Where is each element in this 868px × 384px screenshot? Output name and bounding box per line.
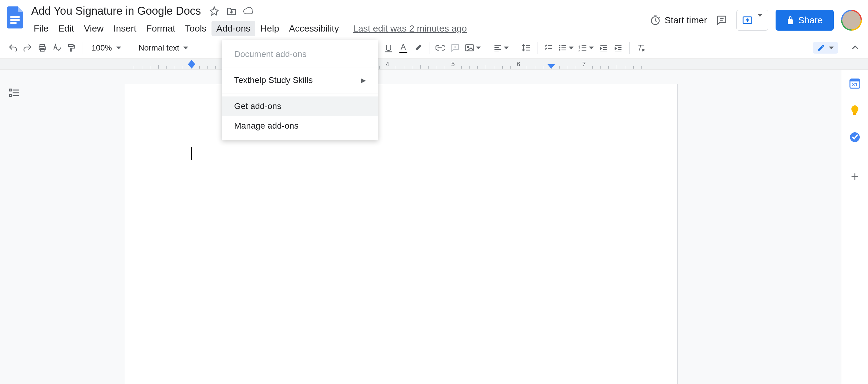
addons-dropdown: Document add-ons Texthelp Study Skills ▶… [222,40,378,140]
svg-rect-21 [582,48,586,48]
toolbar-separator [83,42,83,54]
menubar: FileEditViewInsertFormatToolsAdd-onsHelp… [29,21,467,36]
spellcheck-button[interactable] [50,40,64,55]
ruler-number: 5 [451,61,455,68]
last-edit-link[interactable]: Last edit was 2 minutes ago [353,21,467,36]
toolbar-separator [130,42,130,54]
menu-edit[interactable]: Edit [53,21,79,36]
menu-accessibility[interactable]: Accessibility [284,21,344,36]
toolbar-separator [429,42,429,54]
svg-rect-15 [561,48,566,48]
svg-rect-2 [10,22,17,24]
svg-text:31: 31 [852,82,858,87]
numbered-list-button[interactable]: 123 [577,40,596,55]
star-icon[interactable] [208,5,220,17]
toolbar: 100% Normal text B I U A 123 [0,37,868,59]
svg-point-12 [559,47,560,49]
toolbar-separator [515,42,515,54]
submenu-caret-icon: ▶ [361,77,366,84]
share-button[interactable]: Share [776,10,834,31]
svg-rect-26 [850,79,860,82]
tasks-app-icon[interactable] [847,130,862,145]
insert-link-button[interactable] [434,40,447,55]
collapse-toolbar-button[interactable] [848,40,862,55]
svg-point-11 [559,45,560,47]
right-indent-marker[interactable] [548,64,555,68]
dropdown-separator [222,93,378,93]
start-timer-label: Start timer [665,15,707,25]
print-button[interactable] [35,40,49,55]
addons-item-texthelp[interactable]: Texthelp Study Skills ▶ [222,70,378,90]
first-line-indent-marker[interactable] [188,60,195,64]
svg-rect-8 [68,45,73,47]
svg-point-13 [559,49,560,51]
ruler-number: 4 [385,61,389,68]
left-indent-marker[interactable] [188,64,195,68]
ruler-number: 7 [582,61,586,68]
account-avatar[interactable] [841,10,862,31]
menu-help[interactable]: Help [255,21,284,36]
svg-rect-1 [10,19,20,21]
document-outline-button[interactable] [8,88,22,102]
insert-image-button[interactable] [463,40,483,55]
undo-button[interactable] [6,40,20,55]
document-page[interactable] [125,84,678,384]
get-addons-plus-icon[interactable] [847,169,862,184]
side-separator [849,157,861,157]
menu-addons[interactable]: Add-ons [212,21,255,36]
svg-rect-28 [853,113,856,115]
add-comment-button[interactable] [448,40,462,55]
zoom-value: 100% [92,43,112,53]
dropdown-separator [222,67,378,67]
svg-rect-22 [582,50,586,51]
svg-rect-23 [9,89,11,91]
line-spacing-button[interactable] [519,40,533,55]
svg-rect-24 [9,95,11,96]
clear-formatting-button[interactable] [634,40,647,55]
decrease-indent-button[interactable] [597,40,610,55]
docs-logo[interactable] [4,6,26,29]
highlight-color-button[interactable] [411,40,425,55]
ruler[interactable]: 1234567 [0,59,868,70]
svg-rect-9 [466,45,473,51]
move-icon[interactable] [225,5,238,17]
toolbar-separator [487,42,487,54]
redo-button[interactable] [21,40,34,55]
document-title[interactable]: Add You Signature in Google Docs [29,4,203,18]
menu-file[interactable]: File [29,21,53,36]
menu-insert[interactable]: Insert [108,21,142,36]
calendar-app-icon[interactable]: 31 [847,76,862,91]
paint-format-button[interactable] [65,40,79,55]
side-panel: 31 [841,70,868,384]
align-button[interactable] [492,40,510,55]
keep-app-icon[interactable] [847,103,862,118]
paragraph-style-value: Normal text [138,43,179,53]
menu-tools[interactable]: Tools [180,21,212,36]
ruler-number: 6 [517,61,520,68]
present-button[interactable] [736,10,768,31]
menu-format[interactable]: Format [142,21,180,36]
toolbar-separator [200,42,200,54]
svg-rect-0 [10,16,20,18]
toolbar-separator [537,42,537,54]
svg-text:3: 3 [579,49,580,52]
checklist-button[interactable] [542,40,555,55]
start-timer-button[interactable]: Start timer [650,15,707,25]
increase-indent-button[interactable] [612,40,625,55]
addons-dropdown-header: Document add-ons [222,45,378,64]
svg-point-10 [467,46,469,48]
addons-item-manage[interactable]: Manage add-ons [222,116,378,136]
addons-item-get[interactable]: Get add-ons [222,96,378,116]
paragraph-style-select[interactable]: Normal text [134,40,195,55]
bulleted-list-button[interactable] [556,40,576,55]
underline-button[interactable]: U [382,40,396,55]
menu-view[interactable]: View [79,21,108,36]
avatar-image [842,11,861,29]
text-color-button[interactable]: A [397,40,410,55]
editing-mode-button[interactable] [813,42,838,54]
zoom-select[interactable]: 100% [87,40,125,55]
cloud-status-icon[interactable] [242,5,255,17]
svg-rect-14 [561,45,566,46]
share-label: Share [798,15,823,25]
comments-icon[interactable] [714,13,729,28]
